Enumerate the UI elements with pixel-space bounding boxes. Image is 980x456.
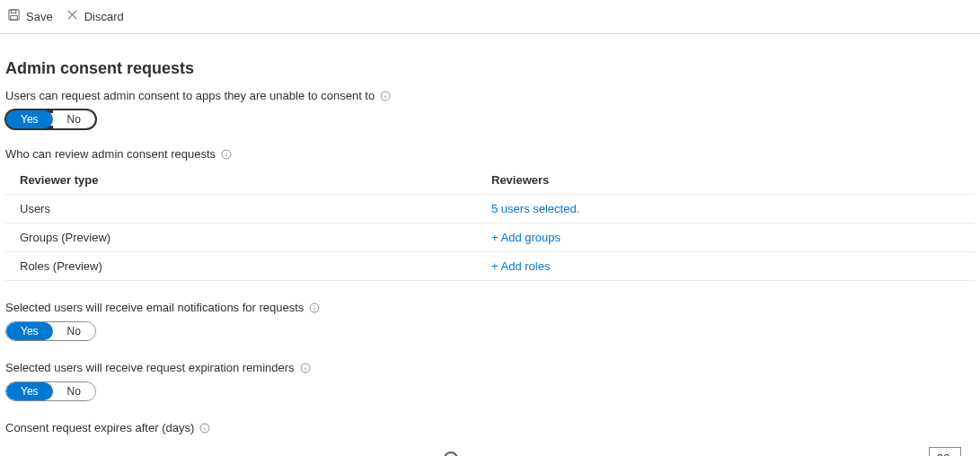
add-groups-link[interactable]: + Add groups	[491, 231, 975, 244]
email-notifications-label-text: Selected users will receive email notifi…	[5, 301, 304, 314]
expiration-reminders-toggle[interactable]: Yes No	[5, 381, 96, 401]
expiry-days-label: Consent request expires after (days)	[5, 421, 975, 434]
info-icon[interactable]	[221, 149, 232, 160]
command-bar: Save Discard	[0, 0, 980, 34]
reviewer-type-cell: Groups (Preview)	[20, 231, 491, 244]
info-icon[interactable]	[199, 423, 210, 434]
table-row: Users 5 users selected.	[5, 195, 975, 224]
expiration-reminders-yes[interactable]: Yes	[6, 382, 53, 400]
enable-requests-label: Users can request admin consent to apps …	[5, 89, 975, 102]
svg-point-19	[205, 425, 206, 426]
expiry-value-readout[interactable]: 30	[929, 447, 961, 456]
enable-requests-no[interactable]: No	[53, 110, 95, 128]
expiration-reminders-label-text: Selected users will receive request expi…	[5, 361, 295, 374]
save-icon	[7, 8, 21, 24]
info-icon[interactable]	[309, 303, 320, 313]
add-roles-link[interactable]: + Add roles	[491, 259, 975, 273]
table-row: Roles (Preview) + Add roles	[5, 252, 975, 281]
discard-label: Discard	[84, 10, 124, 23]
expiration-reminders-no[interactable]: No	[53, 382, 95, 400]
reviewers-users-link[interactable]: 5 users selected.	[491, 202, 975, 215]
reviewers-subheader: Who can review admin consent requests	[5, 147, 975, 161]
svg-rect-1	[11, 10, 16, 13]
close-icon	[66, 8, 79, 24]
slider-thumb[interactable]	[444, 452, 458, 457]
save-button[interactable]: Save	[7, 8, 53, 24]
col-reviewer-type: Reviewer type	[20, 173, 491, 187]
expiry-days-label-text: Consent request expires after (days)	[5, 421, 194, 434]
reviewer-type-cell: Users	[20, 202, 491, 215]
reviewers-subheader-text: Who can review admin consent requests	[5, 147, 216, 161]
email-notifications-toggle[interactable]: Yes No	[5, 321, 96, 341]
info-icon[interactable]	[380, 91, 391, 101]
enable-requests-label-text: Users can request admin consent to apps …	[5, 89, 375, 102]
email-notifications-label: Selected users will receive email notifi…	[5, 301, 975, 314]
email-notifications-no[interactable]: No	[53, 322, 95, 340]
reviewers-table: Reviewer type Reviewers Users 5 users se…	[5, 166, 975, 281]
svg-point-7	[385, 93, 386, 94]
expiration-reminders-label: Selected users will receive request expi…	[5, 361, 975, 374]
svg-point-10	[226, 152, 227, 153]
table-row: Groups (Preview) + Add groups	[5, 224, 975, 252]
expiry-slider-area: 30	[0, 442, 980, 456]
svg-point-13	[314, 305, 315, 306]
expiry-slider[interactable]	[5, 450, 913, 457]
page-title: Admin consent requests	[5, 59, 975, 78]
save-label: Save	[26, 10, 53, 23]
enable-requests-toggle[interactable]: Yes No	[5, 110, 96, 129]
info-icon[interactable]	[300, 363, 311, 373]
reviewer-type-cell: Roles (Preview)	[20, 259, 491, 273]
email-notifications-yes[interactable]: Yes	[6, 322, 53, 340]
reviewers-table-header: Reviewer type Reviewers	[5, 166, 975, 195]
discard-button[interactable]: Discard	[66, 8, 124, 24]
enable-requests-yes[interactable]: Yes	[6, 110, 53, 128]
svg-point-16	[305, 365, 305, 366]
svg-rect-2	[11, 15, 18, 20]
col-reviewers: Reviewers	[491, 173, 975, 187]
